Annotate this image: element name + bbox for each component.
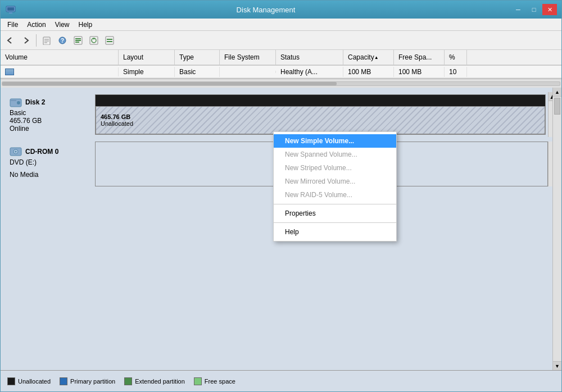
forward-button[interactable] xyxy=(19,33,33,48)
context-menu-new-striped[interactable]: New Striped Volume... xyxy=(274,161,396,175)
legend-bar: Unallocated Primary partition Extended p… xyxy=(1,370,561,391)
main-content: Volume Layout Type File System Status Ca… xyxy=(1,50,561,391)
td-volume xyxy=(1,67,119,76)
hscroll-thumb[interactable] xyxy=(2,82,337,85)
properties-button[interactable] xyxy=(39,33,54,48)
rescan-button[interactable] xyxy=(71,33,85,48)
maximize-button[interactable]: □ xyxy=(527,4,541,15)
menu-file[interactable]: File xyxy=(3,20,22,30)
back-button[interactable] xyxy=(3,33,17,48)
toolbar: ? xyxy=(1,31,561,50)
svg-text:?: ? xyxy=(61,38,64,44)
volume-icon xyxy=(5,69,14,75)
context-menu-properties[interactable]: Properties xyxy=(274,207,396,220)
minimize-button[interactable]: ─ xyxy=(511,4,525,15)
svg-rect-20 xyxy=(11,100,16,101)
menu-bar: File Action View Help xyxy=(1,19,561,31)
app-icon xyxy=(5,4,16,15)
close-button[interactable]: ✕ xyxy=(542,4,557,15)
unallocated-size: 465.76 GB xyxy=(101,113,133,120)
svg-rect-16 xyxy=(107,39,112,40)
svg-rect-15 xyxy=(106,37,114,44)
legend-freespace-label: Free space xyxy=(205,378,235,385)
svg-rect-2 xyxy=(9,12,12,13)
more-button[interactable] xyxy=(102,33,117,48)
legend-extended-swatch xyxy=(124,377,132,385)
col-type[interactable]: Type xyxy=(175,50,220,65)
context-menu: New Simple Volume... New Spanned Volume.… xyxy=(273,131,397,241)
legend-freespace-swatch xyxy=(194,377,202,385)
td-layout: Simple xyxy=(119,67,175,77)
disk-2-unallocated[interactable]: 465.76 GB Unallocated xyxy=(96,106,545,134)
context-menu-sep-1 xyxy=(274,204,396,204)
disk-icon xyxy=(10,97,22,108)
help-button[interactable]: ? xyxy=(55,33,70,48)
table-hscrollbar[interactable] xyxy=(1,79,561,88)
disk-2-black-bar xyxy=(96,95,545,106)
context-menu-sep-2 xyxy=(274,222,396,223)
table-row[interactable]: Simple Basic Healthy (A... 100 MB 100 MB… xyxy=(1,66,561,78)
legend-primary-label: Primary partition xyxy=(70,378,115,385)
col-filesystem[interactable]: File System xyxy=(220,50,276,65)
td-type: Basic xyxy=(175,67,220,77)
svg-point-19 xyxy=(17,101,20,104)
context-menu-new-raid5[interactable]: New RAID-5 Volume... xyxy=(274,188,396,202)
td-status: Healthy (A... xyxy=(276,67,343,77)
legend-unallocated-label: Unallocated xyxy=(18,378,51,385)
context-menu-new-spanned[interactable]: New Spanned Volume... xyxy=(274,148,396,161)
window: Disk Management ─ □ ✕ File Action View H… xyxy=(0,0,562,392)
td-capacity: 100 MB xyxy=(343,67,394,77)
table-header: Volume Layout Type File System Status Ca… xyxy=(1,50,561,66)
cdrom-type: DVD (E:) xyxy=(10,158,90,166)
col-freespace[interactable]: Free Spa... xyxy=(394,50,445,65)
toolbar-separator-1 xyxy=(36,34,37,47)
col-percent[interactable]: % xyxy=(445,50,467,65)
col-status[interactable]: Status xyxy=(276,50,343,65)
vscroll-track xyxy=(553,116,561,361)
menu-view[interactable]: View xyxy=(51,20,74,30)
table-body: Simple Basic Healthy (A... 100 MB 100 MB… xyxy=(1,66,561,79)
hscroll-track xyxy=(2,81,560,86)
vscroll-thumb[interactable] xyxy=(554,98,560,115)
vscroll-down[interactable]: ▼ xyxy=(553,361,561,370)
legend-primary: Primary partition xyxy=(60,377,115,385)
svg-rect-17 xyxy=(107,41,112,42)
legend-primary-swatch xyxy=(60,377,67,385)
legend-extended-label: Extended partition xyxy=(135,378,185,385)
window-controls: ─ □ ✕ xyxy=(511,4,557,15)
context-menu-new-simple[interactable]: New Simple Volume... xyxy=(274,134,396,148)
svg-rect-13 xyxy=(90,37,98,44)
disk-2-partitions: 465.76 GB Unallocated xyxy=(95,94,546,135)
td-percent: 10 xyxy=(445,67,467,77)
disk-view: Disk 2 Basic 465.76 GB Online 465.76 GB … xyxy=(1,88,561,370)
col-volume[interactable]: Volume xyxy=(1,50,119,65)
title-bar: Disk Management ─ □ ✕ xyxy=(1,1,561,19)
legend-unallocated: Unallocated xyxy=(7,377,51,385)
svg-point-23 xyxy=(15,151,17,153)
window-title: Disk Management xyxy=(21,6,511,14)
td-freespace: 100 MB xyxy=(394,67,445,77)
context-menu-help[interactable]: Help xyxy=(274,225,396,239)
disk-view-vscroll[interactable]: ▲ ▼ xyxy=(552,88,561,370)
disk-2-type: Basic xyxy=(10,109,90,117)
col-capacity[interactable]: Capacity xyxy=(343,50,394,65)
refresh-button[interactable] xyxy=(87,33,101,48)
menu-help[interactable]: Help xyxy=(74,20,97,30)
vscroll-up[interactable]: ▲ xyxy=(553,88,561,97)
cdrom-status: No Media xyxy=(10,171,90,179)
disk-2-status: Online xyxy=(10,125,90,133)
menu-action[interactable]: Action xyxy=(22,20,50,30)
legend-unallocated-swatch xyxy=(7,377,15,385)
legend-freespace: Free space xyxy=(194,377,235,385)
cdrom-icon xyxy=(10,146,22,157)
table-scroll-area[interactable]: Volume Layout Type File System Status Ca… xyxy=(1,50,561,79)
cdrom-name: CD-ROM 0 xyxy=(25,148,58,156)
context-menu-new-mirrored[interactable]: New Mirrored Volume... xyxy=(274,175,396,188)
svg-rect-1 xyxy=(7,7,14,11)
disk-2-label: Disk 2 Basic 465.76 GB Online xyxy=(5,92,95,137)
disk-2-name: Disk 2 xyxy=(25,98,45,106)
legend-extended: Extended partition xyxy=(124,377,185,385)
disk-2-size: 465.76 GB xyxy=(10,117,90,125)
col-layout[interactable]: Layout xyxy=(119,50,175,65)
unallocated-label: Unallocated xyxy=(101,120,133,127)
